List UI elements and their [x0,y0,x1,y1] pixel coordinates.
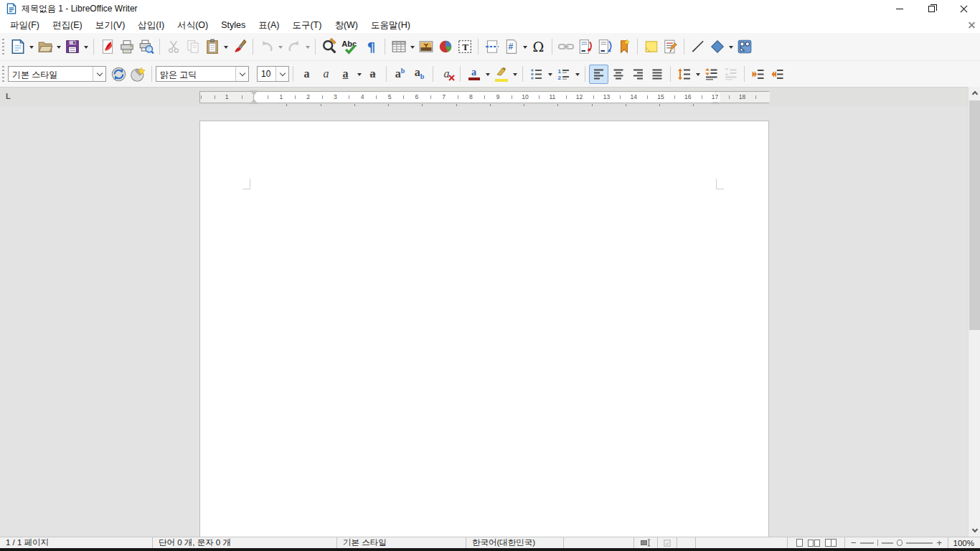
basic-shapes-dropdown[interactable] [727,37,735,57]
print-button[interactable] [117,37,136,57]
line-spacing-dropdown[interactable] [694,65,702,84]
line-spacing-button[interactable] [674,65,694,84]
underline-button[interactable]: a [336,65,355,84]
toolbar-grip[interactable] [2,66,4,82]
menu-item[interactable]: Styles [215,18,252,32]
align-center-button[interactable] [608,65,628,84]
combo-dropdown-button[interactable] [275,67,288,81]
bullet-list-dropdown[interactable] [546,65,554,84]
insert-comment-button[interactable] [641,37,661,57]
menu-item[interactable]: 서식(O) [171,17,215,34]
zoom-slider-track[interactable] [906,542,933,544]
close-document-icon[interactable] [968,21,976,29]
status-page-number[interactable]: 1 / 1 페이지 [0,537,153,549]
status-language[interactable]: 한국어(대한민국) [466,537,564,549]
clear-formatting-button[interactable]: a [437,65,456,84]
zoom-slider-track[interactable] [882,542,893,544]
font-color-dropdown[interactable] [484,65,491,84]
font-name-combo[interactable]: 맑은 고딕 [156,66,249,82]
insert-field-dropdown[interactable] [521,37,529,57]
book-view-icon[interactable] [825,539,837,547]
menu-item[interactable]: 편집(E) [46,17,89,34]
paragraph-style-combo[interactable]: 기본 스타일 [8,66,106,82]
paste-dropdown[interactable] [222,37,230,57]
spelling-button[interactable]: Abc [339,37,362,57]
basic-shapes-button[interactable] [707,37,727,57]
new-style-button[interactable] [128,65,148,84]
minimize-button[interactable] [883,0,915,17]
superscript-button[interactable]: ab [390,65,410,84]
insert-line-button[interactable] [688,37,707,57]
draw-functions-button[interactable] [735,37,754,57]
status-insert-mode[interactable] [634,537,658,549]
menu-item[interactable]: 삽입(I) [131,17,171,34]
font-color-button[interactable]: a [464,65,484,84]
menu-item[interactable]: 창(W) [328,17,364,34]
menu-item[interactable]: 도구(T) [286,17,328,34]
combo-dropdown-button[interactable] [235,67,248,81]
formatting-marks-button[interactable]: ¶ [362,37,381,57]
insert-image-button[interactable] [416,37,435,57]
update-style-button[interactable] [109,65,128,84]
new-document-button[interactable] [8,37,27,57]
restore-button[interactable] [915,0,948,17]
export-pdf-button[interactable] [98,37,117,57]
special-character-button[interactable]: Ω [529,37,548,57]
multi-page-view-icon[interactable] [808,540,820,547]
insert-bookmark-button[interactable] [614,37,633,57]
strikethrough-button[interactable]: a [363,65,382,84]
zoom-slider-track[interactable] [860,542,875,544]
menu-item[interactable]: 파일(F) [4,17,46,34]
tab-stop-selector[interactable]: L [6,92,11,100]
horizontal-ruler[interactable]: 1123456789101112131415161718 [199,91,769,103]
vertical-scrollbar[interactable] [968,87,980,537]
zoom-out-button[interactable]: − [851,537,857,548]
underline-dropdown[interactable] [355,65,363,84]
justify-button[interactable] [647,65,666,84]
save-button[interactable] [62,37,82,57]
menu-item[interactable]: 보기(V) [89,17,132,34]
insert-field-button[interactable]: # [501,37,521,57]
zoom-in-button[interactable]: + [936,537,942,548]
toolbar-grip[interactable] [2,39,4,55]
insert-textbox-button[interactable]: T [455,37,474,57]
document-page[interactable] [199,121,769,537]
subscript-button[interactable]: ab [410,65,429,84]
numbered-list-dropdown[interactable] [573,65,581,84]
bullet-list-button[interactable] [527,65,546,84]
align-left-button[interactable] [589,65,608,84]
status-zoom-percent[interactable]: 100% [948,537,980,549]
insert-table-button[interactable] [389,37,408,57]
align-right-button[interactable] [628,65,647,84]
highlight-color-button[interactable] [491,65,511,84]
increase-indent-button[interactable] [748,65,768,84]
clone-formatting-button[interactable] [230,37,249,57]
left-indent-marker[interactable] [250,99,258,104]
status-page-style[interactable]: 기본 스타일 [337,537,466,549]
italic-button[interactable]: a [316,65,336,84]
highlight-color-dropdown[interactable] [511,65,519,84]
font-size-combo[interactable]: 10 [257,66,289,82]
open-dropdown[interactable] [55,37,62,57]
single-page-view-icon[interactable] [796,539,803,547]
status-selection-mode[interactable] [658,537,677,549]
insert-endnote-button[interactable] [595,37,614,57]
track-changes-button[interactable] [661,37,680,57]
numbered-list-button[interactable]: 1 2 [554,65,573,84]
insert-table-dropdown[interactable] [408,37,416,57]
open-button[interactable] [35,37,55,57]
scroll-up-button[interactable] [969,87,980,99]
decrease-indent-button[interactable] [768,65,787,84]
new-document-dropdown[interactable] [27,37,35,57]
close-button[interactable] [948,0,980,17]
zoom-slider-thumb[interactable] [897,540,903,546]
scrollbar-thumb[interactable] [969,100,980,330]
insert-footnote-button[interactable] [575,37,595,57]
save-dropdown[interactable] [82,37,90,57]
print-preview-button[interactable] [136,37,156,57]
status-word-count[interactable]: 단어 0 개, 문자 0 개 [153,537,337,549]
insert-chart-button[interactable] [435,37,455,57]
menu-item[interactable]: 도움말(H) [364,17,417,34]
first-line-indent-marker[interactable] [250,90,258,95]
increase-paragraph-spacing-button[interactable] [702,65,721,84]
